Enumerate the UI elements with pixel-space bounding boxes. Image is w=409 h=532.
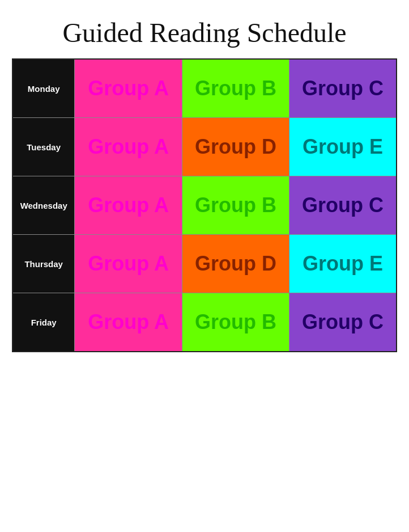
group-label-4-2: Group C	[302, 310, 384, 333]
group-label-0-2: Group C	[302, 77, 384, 100]
group-label-0-1: Group B	[195, 77, 276, 100]
table-row: FridayGroup AGroup BGroup C	[12, 293, 397, 352]
page-title: Guided Reading Schedule	[62, 11, 346, 48]
group-cell-2-0: Group A	[75, 176, 182, 235]
group-cell-4-1: Group B	[182, 293, 289, 352]
table-row: MondayGroup AGroup BGroup C	[12, 59, 397, 118]
group-cell-0-1: Group B	[182, 59, 289, 118]
day-label-friday: Friday	[12, 293, 75, 352]
group-cell-3-0: Group A	[75, 235, 182, 293]
table-row: TuesdayGroup AGroup DGroup E	[12, 118, 397, 176]
group-cell-1-0: Group A	[75, 118, 182, 176]
group-label-3-0: Group A	[88, 252, 169, 275]
group-label-4-1: Group B	[195, 310, 276, 333]
group-cell-4-0: Group A	[75, 293, 182, 352]
group-label-2-1: Group B	[195, 193, 276, 217]
group-label-1-2: Group E	[303, 135, 383, 158]
group-label-2-0: Group A	[88, 193, 169, 217]
page: Guided Reading Schedule MondayGroup AGro…	[0, 0, 409, 532]
group-label-4-0: Group A	[88, 310, 169, 333]
group-label-3-2: Group E	[303, 252, 383, 275]
day-label-tuesday: Tuesday	[12, 118, 75, 176]
day-label-thursday: Thursday	[12, 235, 75, 293]
day-label-wednesday: Wednesday	[12, 176, 75, 235]
group-cell-2-2: Group C	[289, 176, 397, 235]
group-cell-1-2: Group E	[289, 118, 397, 176]
group-cell-3-2: Group E	[289, 235, 397, 293]
group-cell-0-2: Group C	[289, 59, 397, 118]
schedule-table: MondayGroup AGroup BGroup CTuesdayGroup …	[12, 58, 397, 352]
group-label-3-1: Group D	[195, 252, 276, 275]
group-label-2-2: Group C	[302, 193, 384, 217]
table-row: WednesdayGroup AGroup BGroup C	[12, 176, 397, 235]
group-label-0-0: Group A	[88, 77, 169, 100]
day-label-monday: Monday	[12, 59, 75, 118]
group-cell-3-1: Group D	[182, 235, 289, 293]
group-label-1-1: Group D	[195, 135, 276, 158]
table-row: ThursdayGroup AGroup DGroup E	[12, 235, 397, 293]
group-label-1-0: Group A	[88, 135, 169, 158]
group-cell-2-1: Group B	[182, 176, 289, 235]
group-cell-1-1: Group D	[182, 118, 289, 176]
group-cell-4-2: Group C	[289, 293, 397, 352]
group-cell-0-0: Group A	[75, 59, 182, 118]
